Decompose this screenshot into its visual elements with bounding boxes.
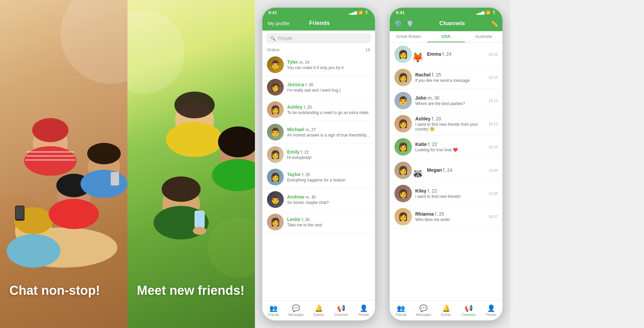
channel-item[interactable]: 👩 🦊 Emma f, 24 16:16 xyxy=(390,43,502,66)
svg-point-30 xyxy=(193,227,206,235)
friend-item[interactable]: 👩 Emily f, 22 Hi everybody! xyxy=(262,144,375,166)
online-count: 16 xyxy=(366,47,370,52)
friend-info: Andrew m, 30 So bored, maybe chat? xyxy=(287,194,370,205)
channel-item[interactable]: 👩 Ashley f, 20 I want to find new friend… xyxy=(390,112,502,135)
nav-label: Messages xyxy=(288,313,304,317)
nav-icon: 🔔 xyxy=(315,304,323,312)
friend-message: An honest answer is a sign of true frien… xyxy=(287,133,370,138)
friend-message: I'm really sad and I want hug ( xyxy=(287,88,370,93)
header-right-icons: ✏️ xyxy=(490,20,498,27)
friend-message: Hi everybody! xyxy=(287,155,370,160)
channel-avatar: 👩 xyxy=(394,115,412,132)
nav-icon: 👥 xyxy=(397,304,405,312)
channel-name: Rachel f, 25 xyxy=(415,72,485,77)
channel-time: 16:07 xyxy=(488,215,498,219)
channel-name: Megan f, 24 xyxy=(427,167,485,173)
friend-info: Emily f, 22 Hi everybody! xyxy=(287,149,370,160)
nav-item-friends[interactable]: 👥 Friends xyxy=(262,300,285,320)
friend-item[interactable]: 👩 Leslie f, 30 Take me to the sea! xyxy=(262,211,375,233)
friend-item[interactable]: 👨 Michael m, 27 An honest answer is a si… xyxy=(262,121,375,144)
nav-label: Messages xyxy=(416,313,431,317)
channel-avatar: 👩 xyxy=(394,185,412,202)
nav-item-messages[interactable]: 💬 Messages xyxy=(285,300,307,320)
ch-nav-item-events[interactable]: 🔔 Events xyxy=(435,300,457,320)
ch-nav-item-channels[interactable]: 📢 Channels xyxy=(458,300,480,320)
channel-item[interactable]: 👩 Rachel f, 25 If you like me send a mes… xyxy=(390,66,502,89)
svg-point-2 xyxy=(7,234,60,268)
nav-label: Channels xyxy=(462,313,476,317)
friend-item[interactable]: 👨 Andrew m, 30 So bored, maybe chat? xyxy=(262,188,375,211)
svg-rect-10 xyxy=(111,172,119,185)
channel-message: I want to find new friends from your cou… xyxy=(415,122,485,131)
channel-list: 👩 🦊 Emma f, 24 16:16 👩 Rachel f, 25 If y… xyxy=(390,43,502,300)
friend-name: Taylor f, 25 xyxy=(287,172,370,177)
friend-name: Emily f, 22 xyxy=(287,149,370,155)
svg-point-12 xyxy=(32,118,68,142)
nav-item-channels[interactable]: 📢 Channels xyxy=(330,300,353,320)
channel-avatar: 👩 xyxy=(394,46,412,63)
country-tab-australia[interactable]: Australia xyxy=(465,31,502,42)
channel-info: Ashley f, 20 I want to find new friends … xyxy=(415,116,485,131)
friend-info: Taylor f, 25 Everything happens for a re… xyxy=(287,172,370,182)
nav-icon: 🔔 xyxy=(442,304,450,312)
friend-item[interactable]: 👩 Taylor f, 25 Everything happens for a … xyxy=(262,166,375,188)
channel-time: 16:15 xyxy=(488,75,498,79)
channel-info: Rhianna f, 25 Who likes me write! xyxy=(415,211,485,222)
friend-avatar: 👩 xyxy=(267,79,284,96)
nav-item-events[interactable]: 🔔 Events xyxy=(307,300,330,320)
channel-item[interactable]: 👩 Katie f, 22 Looking for true love ❤️ 1… xyxy=(390,135,502,159)
shield-icon[interactable]: 🛡️ xyxy=(407,20,414,27)
ch-nav-item-friends[interactable]: 👥 Friends xyxy=(390,300,412,320)
settings-icon[interactable]: ⚙️ xyxy=(394,20,402,27)
friend-message: Take me to the sea! xyxy=(287,223,370,227)
channel-time: 16:10 xyxy=(488,145,498,149)
nav-item-people[interactable]: 👤 People xyxy=(353,300,375,320)
friend-avatar: 👨 xyxy=(267,56,284,73)
ch-nav-item-messages[interactable]: 💬 Messages xyxy=(412,300,435,320)
country-tab-great-britain[interactable]: Great Britain xyxy=(390,31,427,42)
channel-avatar: 👩 xyxy=(394,208,412,225)
friend-avatar: 👩 xyxy=(267,101,284,118)
nav-label: Events xyxy=(441,313,451,317)
channel-item[interactable]: 👨 John m, 30 Where are the best parties?… xyxy=(390,89,502,112)
channel-info: Megan f, 24 xyxy=(427,167,485,173)
channel-item[interactable]: 👩 🦝 Megan f, 24 16:09 xyxy=(390,159,502,182)
channel-item[interactable]: 👩 Kiley f, 22 I want to find new friends… xyxy=(390,182,502,205)
online-bar: Online 16 xyxy=(262,46,375,54)
channels-title: Channels xyxy=(439,20,465,27)
nav-label: Friends xyxy=(395,313,407,317)
search-icon: 🔍 xyxy=(270,36,276,41)
channel-time: 16:09 xyxy=(488,168,498,172)
compose-icon[interactable]: ✏️ xyxy=(490,20,498,27)
country-tab-usa[interactable]: USA xyxy=(427,31,465,42)
friend-item[interactable]: 👨 Tyler m, 24 You can make it if only yo… xyxy=(262,54,375,76)
friend-info: Jessica f, 30 I'm really sad and I want … xyxy=(287,82,370,93)
friend-message: You can make it if only you try it xyxy=(287,65,370,70)
friend-avatar: 👨 xyxy=(267,124,284,141)
svg-point-24 xyxy=(212,159,255,191)
status-bar-friends: 9:41 ▂▄▆ 📶 🔋 xyxy=(262,8,375,17)
friend-info: Tyler m, 24 You can make it if only you … xyxy=(287,59,370,70)
bottom-nav-friends: 👥 Friends 💬 Messages 🔔 Events 📢 Channels… xyxy=(262,300,375,320)
photo-panel-left: Chat non-stop! xyxy=(0,0,127,328)
channel-name: Kiley f, 22 xyxy=(415,188,485,194)
svg-rect-18 xyxy=(16,206,24,219)
channel-message: Where are the best parties? xyxy=(415,101,485,106)
nav-icon: 👤 xyxy=(360,304,368,312)
nav-icon: 📢 xyxy=(465,304,473,312)
channel-message: If you like me send a message xyxy=(415,78,485,83)
friend-item[interactable]: 👩 Ashley f, 20 To be outstanding u need … xyxy=(262,99,375,121)
channels-header: ⚙️ 🛡️ Channels ✏️ xyxy=(390,17,502,31)
channel-info: Rachel f, 25 If you like me send a messa… xyxy=(415,72,485,83)
search-bar-friends[interactable]: 🔍 People xyxy=(266,33,371,43)
my-profile-link[interactable]: My profile xyxy=(268,20,289,26)
ch-nav-item-people[interactable]: 👤 People xyxy=(480,300,502,320)
friend-item[interactable]: 👩 Jessica f, 30 I'm really sad and I wan… xyxy=(262,76,375,99)
friends-list: 👨 Tyler m, 24 You can make it if only yo… xyxy=(262,54,375,300)
friend-name: Ashley f, 20 xyxy=(287,104,370,110)
channel-item[interactable]: 👩 Rhianna f, 25 Who likes me write! 16:0… xyxy=(390,205,502,228)
nav-icon: 📢 xyxy=(337,304,345,312)
nav-label: Channels xyxy=(334,313,348,317)
channel-message: Who likes me write! xyxy=(415,217,485,222)
svg-point-9 xyxy=(80,170,127,198)
